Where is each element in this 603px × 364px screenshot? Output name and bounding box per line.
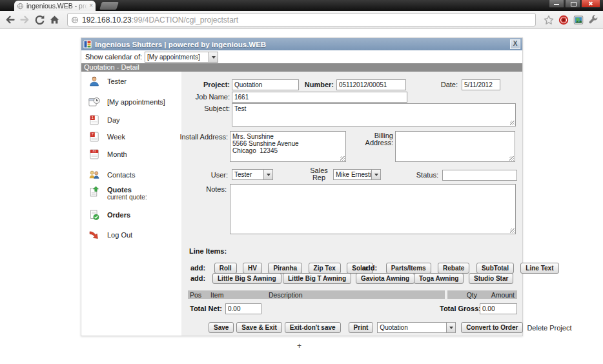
tab-close-icon[interactable]: × <box>89 3 93 9</box>
logout-arrow-icon <box>88 229 100 241</box>
add-row1-left: add: Roll HV Piranha Zip Tex Solar <box>190 261 373 274</box>
add-rebate-button[interactable]: Rebate <box>438 263 469 274</box>
add-piranha-button[interactable]: Piranha <box>268 263 302 274</box>
status-input[interactable] <box>442 170 517 181</box>
calendar-week-icon: 7 <box>88 131 100 143</box>
new-tab-button[interactable] <box>99 2 119 10</box>
user-select[interactable]: Tester <box>232 169 273 180</box>
back-icon[interactable] <box>4 14 16 26</box>
project-label: Project: <box>203 81 230 88</box>
date-label: Date: <box>441 81 458 88</box>
number-label: Number: <box>305 81 334 88</box>
app-close-button[interactable]: X <box>510 39 520 49</box>
bookmark-star-icon[interactable] <box>543 14 555 26</box>
date-input[interactable] <box>462 79 500 90</box>
add-row2: add: Little Big S Awning Little Big T Aw… <box>181 273 524 285</box>
svg-text:7: 7 <box>92 132 94 136</box>
calendar-clock-icon <box>88 96 100 108</box>
order-document-icon <box>88 209 100 221</box>
save-button[interactable]: Save <box>209 322 234 333</box>
form-area: Project: Number: Date: Job Name: Subject… <box>181 72 522 336</box>
sidebar-item-quotes[interactable]: Quotes current quote: <box>88 186 147 201</box>
print-type-select[interactable]: Quotation <box>377 322 456 333</box>
sidebar-item-tester[interactable]: Tester <box>88 76 127 87</box>
add-little-big-t-awning-button[interactable]: Little Big T Awning <box>283 273 351 284</box>
dropdown-arrow-icon[interactable] <box>209 52 218 63</box>
job-name-input[interactable] <box>232 92 407 103</box>
footer-actions: Save Save & Exit Exit-don't save Print Q… <box>209 322 571 333</box>
tab-title: ingenious.WEB - project det <box>26 2 88 10</box>
user-icon <box>88 76 100 87</box>
dropdown-arrow-icon[interactable] <box>372 169 381 180</box>
url-bar[interactable]: 192.168.10.23:99/4DACTION/cgi_projectsta… <box>67 13 536 26</box>
items-table-header-left: Pos Item Description <box>188 290 445 299</box>
add-hv-button[interactable]: HV <box>243 263 262 274</box>
svg-text:31: 31 <box>92 150 96 153</box>
calendar-day-icon: 1 <box>88 114 100 126</box>
add-little-big-s-awning-button[interactable]: Little Big S Awning <box>212 273 281 284</box>
add-line-text-button[interactable]: Line Text <box>520 263 558 274</box>
add-gaviota-awning-button[interactable]: Gaviota Awning <box>356 273 414 284</box>
calendar-select[interactable]: [My appointments] <box>145 52 218 63</box>
add-studio-star-button[interactable]: Studio Star <box>469 273 513 284</box>
browser-tab[interactable]: ingenious.WEB - project det × <box>14 1 96 11</box>
add-parts-items-button[interactable]: Parts/Items <box>386 263 431 274</box>
add-roll-button[interactable]: Roll <box>214 263 237 274</box>
billing-address-textarea[interactable] <box>395 131 515 162</box>
panel-body: Tester [My appointments] 1 <box>81 72 522 336</box>
job-name-label: Job Name: <box>196 93 230 101</box>
window-minimize-button[interactable] <box>549 0 564 8</box>
reload-icon[interactable] <box>34 14 46 26</box>
notes-textarea[interactable] <box>230 184 516 234</box>
convert-to-order-button[interactable]: Convert to Order <box>461 322 523 333</box>
extension-red-icon[interactable] <box>558 14 569 26</box>
sidebar: Tester [My appointments] 1 <box>81 72 181 336</box>
sidebar-item-month[interactable]: 31 Month <box>88 148 127 160</box>
sidebar-item-orders[interactable]: Orders <box>88 209 130 221</box>
forward-icon[interactable] <box>19 14 31 26</box>
dropdown-arrow-icon[interactable] <box>264 169 273 180</box>
window-close-button[interactable] <box>581 0 600 8</box>
col-pos: Pos <box>190 291 210 299</box>
billing-address-label: Billing Address: <box>363 132 393 147</box>
window-maximize-button[interactable] <box>565 0 580 8</box>
status-label: Status: <box>416 171 438 179</box>
col-qty: Qty <box>447 291 477 299</box>
subject-label: Subject: <box>204 105 230 112</box>
add-subtotal-button[interactable]: SubTotal <box>476 263 514 274</box>
delete-project-link[interactable]: Delete Project <box>527 324 571 332</box>
sidebar-item-contacts[interactable]: Contacts <box>88 169 135 181</box>
install-address-textarea[interactable]: Mrs. Sunshine 5566 Sunshine Avenue Chica… <box>230 131 346 162</box>
project-input[interactable] <box>232 79 299 90</box>
sidebar-item-week[interactable]: 7 Week <box>88 131 125 143</box>
expand-plus[interactable]: + <box>297 341 302 350</box>
install-address-label: Install Address: <box>179 133 228 141</box>
extension-photo-icon[interactable] <box>573 14 584 26</box>
exit-dont-save-button[interactable]: Exit-don't save <box>285 322 341 333</box>
total-net-input[interactable] <box>225 303 261 314</box>
dropdown-arrow-icon[interactable] <box>447 322 456 333</box>
calendar-label: Show calendar of: <box>85 53 142 61</box>
add-zip-tex-button[interactable]: Zip Tex <box>309 263 341 274</box>
save-exit-button[interactable]: Save & Exit <box>236 322 281 333</box>
wrench-settings-icon[interactable] <box>588 14 599 26</box>
contacts-icon <box>88 169 100 181</box>
total-gross-input[interactable] <box>480 303 517 314</box>
notes-label: Notes: <box>206 185 227 193</box>
calendar-select-value: [My appointments] <box>145 52 209 63</box>
quote-document-icon <box>88 186 100 197</box>
sales-rep-select[interactable]: Mike Ernesti <box>333 169 381 180</box>
home-icon[interactable] <box>48 14 61 26</box>
sidebar-item-day[interactable]: 1 Day <box>88 114 120 126</box>
number-input[interactable] <box>336 79 406 90</box>
sidebar-item-logout[interactable]: Log Out <box>88 229 132 241</box>
subject-textarea[interactable]: Test <box>232 103 516 126</box>
app-logo-icon <box>83 40 92 48</box>
sidebar-item-my-appointments[interactable]: [My appointments] <box>88 96 165 108</box>
add-toga-awning-button[interactable]: Toga Awning <box>414 273 464 284</box>
print-button[interactable]: Print <box>349 322 374 333</box>
svg-text:1: 1 <box>92 116 94 119</box>
add-label: add: <box>190 274 205 282</box>
user-select-value: Tester <box>232 169 264 180</box>
add-label: add: <box>362 264 377 272</box>
